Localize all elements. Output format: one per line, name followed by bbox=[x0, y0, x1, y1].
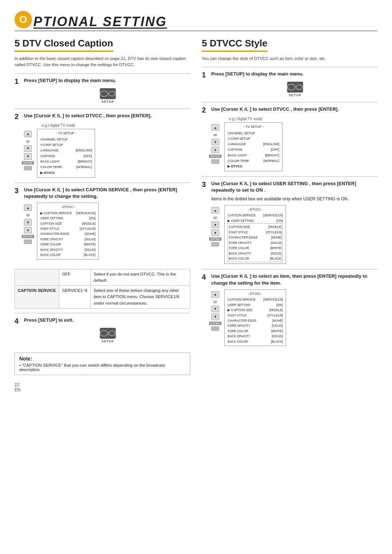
step-text: Use [Cursor K /L ] to select an item, th… bbox=[211, 273, 377, 286]
step-text: Use [Cursor K /L ] to select DTVCC , the… bbox=[24, 113, 152, 119]
left-column: 5 DTV Closed Caption In addition to the … bbox=[15, 38, 190, 375]
diagram-caption: e.g.) digital TV mode bbox=[22, 123, 95, 127]
small-btn bbox=[211, 159, 219, 164]
down-arrow[interactable]: ▼ bbox=[211, 306, 219, 312]
or-label: or bbox=[213, 215, 217, 220]
enter-btn[interactable]: ENTER bbox=[22, 161, 34, 164]
down-arrow[interactable]: ▼ bbox=[211, 139, 219, 145]
or-label: or bbox=[213, 133, 217, 137]
nav-arrows: ▲ or ▼ ▼ ENTER bbox=[22, 203, 34, 244]
svg-point-0 bbox=[109, 91, 115, 96]
setup-icon-wrap: SETUP bbox=[213, 82, 377, 97]
up-arrow[interactable]: ▲ bbox=[211, 207, 219, 213]
dotted-box: CAPTION SIZE[MIDDLE] FONT STYLE[STYLE1/8… bbox=[228, 223, 283, 262]
small-btn bbox=[211, 242, 219, 247]
menu-item: BACK OPACITY[SOLID] bbox=[228, 251, 282, 256]
table-row: OFF Select if you do not want DTVCC. Thi… bbox=[15, 269, 190, 286]
left-step-1: 1 Press [SETUP] to display the main menu… bbox=[15, 73, 190, 109]
setup-label: SETUP bbox=[101, 100, 114, 103]
header-circle: O bbox=[15, 11, 32, 28]
down-arrow[interactable]: ▼ bbox=[24, 145, 32, 152]
menu-item: CAPTION[OFF] bbox=[228, 147, 279, 152]
down-arrow2[interactable]: ▼ bbox=[211, 314, 219, 320]
menu-item: FORE OPACITY[SOLID] bbox=[228, 240, 282, 245]
left-step-3: 3 Use [Cursor K /L ] to select CAPTION S… bbox=[15, 183, 190, 265]
menu-item: FONT STYLE[STYLE1/8] bbox=[228, 230, 282, 235]
menu-item: FONT STYLE[STYLE1/8] bbox=[228, 313, 283, 318]
service-desc: Select one of these before changing any … bbox=[91, 286, 190, 309]
setup-label: SETUP bbox=[289, 93, 301, 97]
enter-btn[interactable]: ENTER bbox=[22, 235, 34, 238]
up-arrow[interactable]: ▲ bbox=[24, 204, 32, 211]
menu-item: BACK OPACITY[SOLID] bbox=[40, 247, 95, 252]
page-footer: 22 EN bbox=[15, 382, 377, 392]
right-step-2: 2 Use [Cursor K /L ] to select DTVCC , t… bbox=[202, 102, 377, 176]
step-sub-text: Items in the dotted box are available on… bbox=[211, 196, 377, 202]
step-text: Use [Cursor K /L ] to select CAPTION SER… bbox=[24, 187, 190, 200]
menu-item: BACK OPACITY[SOLID] bbox=[228, 334, 283, 339]
down-arrow2[interactable]: ▼ bbox=[211, 147, 219, 153]
caption-service-label: CAPTION SERVICE bbox=[15, 286, 59, 309]
setup-icon-wrap: SETUP bbox=[25, 88, 190, 103]
nav-arrows: ▲ or ▼ ▼ ENTER bbox=[22, 129, 34, 171]
enter-btn[interactable]: ENTER bbox=[209, 237, 221, 241]
nav-diagram: e.g.) digital TV mode ▲ or ▼ ▼ ENTER - T… bbox=[22, 123, 190, 178]
menu-item: CAPTION SERVICE[SERVICE1/6] bbox=[228, 213, 283, 218]
dtvcc-menu-box-right4: - DTVCC - CAPTION SERVICE[SERVICE1/6] US… bbox=[224, 289, 286, 346]
menu-item: LANGUAGE[ENGLISH] bbox=[40, 148, 92, 153]
step-number: 1 bbox=[202, 71, 209, 79]
off-cell: OFF bbox=[59, 269, 91, 286]
left-section-desc: In addition to the basic closed caption … bbox=[15, 56, 190, 68]
setup-icon bbox=[287, 82, 303, 93]
down-arrow[interactable]: ▼ bbox=[24, 219, 32, 225]
small-btn bbox=[24, 240, 32, 244]
setup-icon bbox=[100, 328, 116, 339]
menu-item: BACK COLOR[BLACK] bbox=[228, 339, 283, 344]
up-arrow[interactable]: ▲ bbox=[24, 131, 32, 137]
enter-btn[interactable]: ENTER bbox=[209, 322, 221, 325]
menu-item: FORE OPACITY[SOLID] bbox=[228, 323, 283, 328]
right-column: 5 DTVCC Style You can change the style o… bbox=[202, 38, 377, 375]
menu-item: CHANNEL SETUP bbox=[40, 137, 92, 142]
or-label: or bbox=[26, 139, 30, 143]
menu-item: CAPTION SIZE[MIDDLE] bbox=[228, 224, 282, 229]
menu-item-selected: ▶ DTVCC bbox=[40, 170, 92, 176]
caption-table: OFF Select if you do not want DTVCC. Thi… bbox=[15, 269, 190, 309]
menu-item: USER SETTING[ON] bbox=[40, 216, 95, 221]
left-step-4: 4 Press [SETUP] to exit. SETUP bbox=[15, 313, 190, 348]
right-section-title: 5 DTVCC Style bbox=[202, 38, 268, 52]
up-arrow[interactable]: ▲ bbox=[211, 291, 219, 298]
menu-item: USER SETTING[ON] bbox=[228, 302, 283, 307]
header-title: PTIONAL SETTING bbox=[33, 15, 167, 28]
small-btn bbox=[211, 326, 219, 331]
down-arrow2[interactable]: ▼ bbox=[211, 229, 219, 236]
page-header: O PTIONAL SETTING bbox=[15, 11, 377, 31]
menu-item-selected: ▶ CAPTION SERVICE[SERVICE1/6] bbox=[40, 211, 95, 216]
menu-item-selected: ▶ DTVCC bbox=[228, 164, 279, 169]
step-text: Press [SETUP] to display the main menu. bbox=[211, 71, 303, 77]
two-col-layout: 5 DTV Closed Caption In addition to the … bbox=[15, 38, 377, 375]
page-number: 22 bbox=[15, 382, 19, 387]
nav-diagram: ▲ or ▼ ▼ ENTER - DTVCC - CAPTION SERVICE… bbox=[209, 289, 377, 346]
svg-point-1 bbox=[109, 331, 115, 335]
right-step-4: 4 Use [Cursor K /L ] to select an item, … bbox=[202, 269, 377, 351]
menu-item: FORE COLOR[WHITE] bbox=[228, 245, 282, 250]
setup-icon-wrap: SETUP bbox=[25, 328, 190, 343]
off-desc: Select if you do not want DTVCC. This is… bbox=[91, 269, 190, 286]
down-arrow2[interactable]: ▼ bbox=[24, 153, 32, 160]
up-arrow[interactable]: ▲ bbox=[211, 124, 219, 131]
down-arrow2[interactable]: ▼ bbox=[24, 227, 32, 233]
small-btn bbox=[24, 166, 32, 170]
menu-item: FORE COLOR[WHITE] bbox=[228, 329, 283, 334]
enter-btn[interactable]: ENTER bbox=[209, 155, 221, 158]
down-arrow[interactable]: ▼ bbox=[211, 221, 219, 228]
menu-item: CAPTION[OFF] bbox=[40, 154, 92, 159]
step-number: 4 bbox=[202, 273, 209, 281]
menu-item-selected: ▶ CAPTION SIZE[MIDDLE] bbox=[228, 307, 283, 313]
step-number: 1 bbox=[15, 77, 22, 85]
step-number: 2 bbox=[202, 106, 209, 114]
nav-arrows: ▲ or ▼ ▼ ENTER bbox=[209, 122, 221, 164]
lang-label: EN bbox=[15, 387, 21, 392]
step-number: 2 bbox=[15, 113, 22, 121]
or-label: or bbox=[213, 300, 217, 304]
